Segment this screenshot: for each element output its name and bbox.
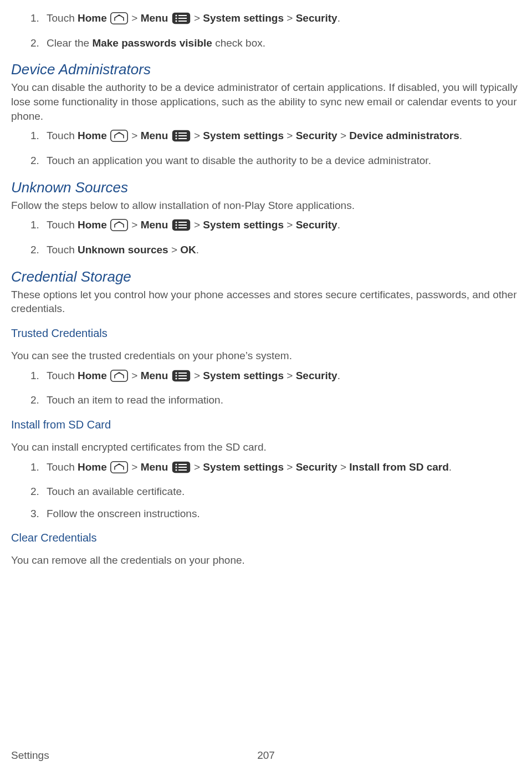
- menu-icon: [172, 130, 191, 146]
- text: >: [168, 244, 181, 256]
- section-paragraph: You can disable the authority to be a de…: [11, 80, 521, 123]
- home-icon: [110, 370, 128, 386]
- bold-text: System settings: [203, 370, 284, 381]
- list-item: Touch Home > Menu > System settings > Se…: [42, 218, 521, 235]
- steps-install-from-sd-card: Touch Home > Menu > System settings > Se…: [11, 460, 521, 521]
- bold-menu: Menu: [141, 370, 168, 381]
- bold-menu: Menu: [141, 219, 168, 231]
- bold-text: System settings: [203, 461, 284, 473]
- text: Touch: [47, 461, 78, 473]
- section-heading-credential-storage: Credential Storage: [11, 267, 521, 287]
- intro-steps: Touch Home > Menu > System settings > Se…: [11, 11, 521, 50]
- svg-rect-37: [178, 467, 187, 468]
- bold-text: Device administrators: [349, 130, 459, 141]
- svg-rect-7: [178, 21, 187, 22]
- text: Clear the: [47, 37, 92, 49]
- svg-point-6: [175, 20, 177, 22]
- text: Touch: [47, 219, 78, 231]
- svg-rect-35: [178, 464, 187, 465]
- svg-point-20: [175, 224, 177, 226]
- bold-menu: Menu: [141, 12, 168, 24]
- text: Touch: [47, 244, 78, 256]
- bold-menu: Menu: [141, 130, 168, 141]
- list-item: Touch Home > Menu > System settings > Se…: [42, 11, 521, 28]
- svg-point-2: [175, 14, 177, 16]
- menu-icon: [172, 12, 191, 28]
- bold-home: Home: [78, 219, 107, 231]
- menu-icon: [172, 370, 191, 386]
- text: .: [196, 244, 199, 256]
- section-paragraph: These options let you control how your p…: [11, 288, 521, 316]
- svg-rect-39: [178, 469, 187, 471]
- svg-rect-8: [111, 130, 127, 141]
- subsection-heading-trusted-credentials: Trusted Credentials: [11, 326, 521, 341]
- svg-rect-5: [178, 18, 187, 19]
- svg-point-38: [175, 469, 177, 471]
- text: .: [449, 461, 452, 473]
- svg-rect-3: [178, 15, 187, 16]
- svg-rect-29: [178, 375, 187, 376]
- subsection-heading-install-from-sd-card: Install from SD Card: [11, 417, 521, 432]
- home-icon: [110, 12, 128, 28]
- bold-text: Security: [296, 12, 337, 24]
- bold-home: Home: [78, 130, 107, 141]
- svg-point-14: [175, 138, 177, 140]
- svg-rect-13: [178, 135, 187, 136]
- svg-rect-27: [178, 372, 187, 374]
- text: Touch an available certificate.: [47, 486, 185, 497]
- bold-text: System settings: [203, 130, 284, 141]
- list-item: Touch Home > Menu > System settings > Se…: [42, 369, 521, 386]
- text: .: [337, 12, 340, 24]
- text: Touch: [47, 370, 78, 381]
- list-item: Touch an item to read the information.: [42, 393, 521, 407]
- bold-text: Security: [296, 461, 337, 473]
- menu-icon: [172, 461, 191, 477]
- svg-rect-31: [178, 378, 187, 379]
- svg-rect-32: [111, 461, 127, 472]
- list-item: Touch an application you want to disable…: [42, 154, 521, 168]
- section-heading-device-administrators: Device Administrators: [11, 60, 521, 79]
- list-item: Touch Home > Menu > System settings > Se…: [42, 460, 521, 477]
- svg-point-4: [175, 17, 177, 19]
- svg-rect-23: [178, 227, 187, 228]
- text: .: [337, 219, 340, 231]
- svg-point-28: [175, 375, 177, 376]
- svg-rect-21: [178, 224, 187, 226]
- bold-text: OK: [180, 244, 196, 256]
- svg-point-36: [175, 466, 177, 468]
- svg-rect-16: [111, 219, 127, 231]
- svg-point-30: [175, 377, 177, 379]
- text: Touch: [47, 130, 78, 141]
- text: .: [337, 370, 340, 381]
- bold-text: Security: [296, 219, 337, 231]
- bold-text: System settings: [203, 12, 284, 24]
- svg-point-34: [175, 463, 177, 465]
- list-item: Touch an available certificate.: [42, 484, 521, 499]
- svg-point-22: [175, 227, 177, 229]
- home-icon: [110, 130, 128, 146]
- svg-point-18: [175, 222, 177, 223]
- bold-text: Security: [296, 370, 337, 381]
- subsection-paragraph: You can remove all the credentials on yo…: [11, 553, 521, 568]
- home-icon: [110, 461, 128, 477]
- steps-unknown-sources: Touch Home > Menu > System settings > Se…: [11, 218, 521, 257]
- svg-point-10: [175, 132, 177, 134]
- bold-text: Make passwords visible: [92, 37, 212, 49]
- bold-home: Home: [78, 370, 107, 381]
- menu-icon: [172, 219, 191, 235]
- text: Follow the onscreen instructions.: [47, 508, 200, 519]
- text: Touch: [47, 12, 78, 24]
- section-heading-unknown-sources: Unknown Sources: [11, 178, 521, 197]
- list-item: Clear the Make passwords visible check b…: [42, 36, 521, 50]
- bold-text: Unknown sources: [78, 244, 168, 256]
- list-item: Touch Home > Menu > System settings > Se…: [42, 129, 521, 146]
- svg-rect-24: [111, 370, 127, 381]
- svg-point-26: [175, 372, 177, 374]
- subsection-paragraph: You can install encrypted certificates f…: [11, 440, 521, 455]
- svg-point-12: [175, 135, 177, 137]
- list-item: Follow the onscreen instructions.: [42, 507, 521, 521]
- bold-text: Security: [296, 130, 337, 141]
- bold-text: Install from SD card: [349, 461, 449, 473]
- svg-rect-11: [178, 132, 187, 134]
- text: Touch an item to read the information.: [47, 394, 223, 406]
